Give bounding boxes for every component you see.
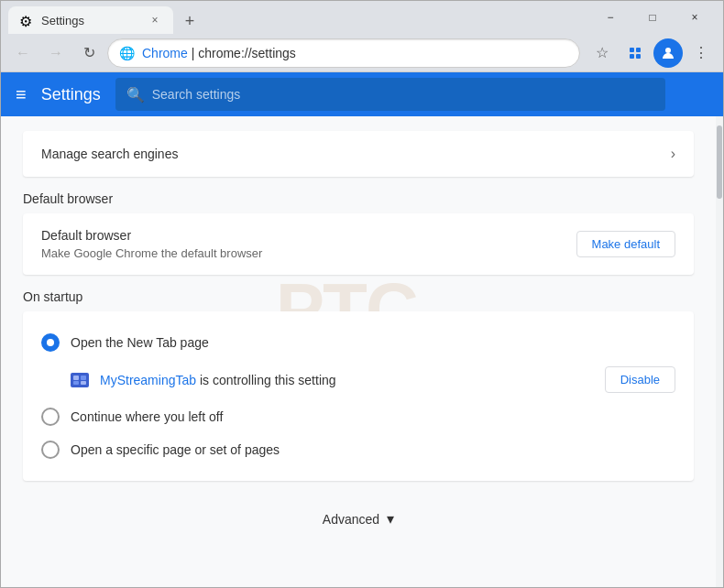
radio-continue[interactable] [41,408,60,426]
extension-notice-suffix: is controlling this setting [196,373,336,387]
advanced-label: Advanced [323,512,379,527]
back-button[interactable]: ← [8,38,38,68]
settings-header: ≡ Settings 🔍 [1,72,723,116]
extension-icon [71,373,89,387]
advanced-section[interactable]: Advanced ▾ [23,488,694,550]
startup-option-new-tab-label: Open the New Tab page [71,335,209,350]
window-controls: − □ × [589,1,716,34]
svg-rect-9 [81,381,86,385]
toolbar-right: ☆ ⋮ [587,38,716,68]
on-startup-section-title: On startup [23,289,694,304]
svg-rect-8 [73,381,79,385]
browser-window: ⚙ Settings × + − □ × ← → ↻ 🌐 Chrome | ch… [0,0,724,588]
more-menu-button[interactable]: ⋮ [686,38,716,68]
manage-search-engines-label: Manage search engines [41,147,178,161]
tab-close-button[interactable]: × [148,13,162,27]
main-content: PTCCOM Manage search engines › Default b… [1,116,723,587]
title-bar: ⚙ Settings × + − □ × [1,1,723,34]
address-domain: Chrome [142,46,188,60]
manage-search-engines-row[interactable]: Manage search engines › [23,131,694,177]
default-browser-card-title: Default browser [41,228,262,243]
extensions-button[interactable] [620,38,650,68]
svg-rect-2 [630,54,634,59]
startup-option-continue[interactable]: Continue where you left off [41,400,675,433]
tab-strip: ⚙ Settings × + [8,1,589,34]
extension-notice-text: MyStreamingTab is controlling this setti… [100,373,594,387]
tab-label: Settings [41,14,140,27]
svg-rect-0 [630,48,634,52]
site-security-icon: 🌐 [119,46,135,60]
address-path: chrome://settings [198,46,296,60]
chevron-right-icon: › [671,146,675,162]
profile-button[interactable] [653,38,683,68]
default-browser-card-subtitle: Make Google Chrome the default browser [41,246,262,260]
default-browser-section-title: Default browser [23,191,694,206]
forward-button[interactable]: → [41,38,71,68]
bookmark-button[interactable]: ☆ [587,38,617,68]
startup-card: Open the New Tab page [23,311,694,481]
svg-rect-6 [73,376,79,380]
address-separator: | [188,46,198,60]
address-bar-input[interactable]: 🌐 Chrome | chrome://settings [107,38,580,68]
startup-option-specific-page[interactable]: Open a specific page or set of pages [41,433,675,466]
advanced-arrow-icon: ▾ [387,510,394,528]
radio-inner [47,339,54,346]
tab-favicon: ⚙ [19,13,34,27]
svg-rect-7 [81,376,86,380]
radio-new-tab[interactable] [41,333,60,352]
search-input[interactable] [152,87,654,102]
maximize-button[interactable]: □ [631,1,674,34]
reload-button[interactable]: ↻ [74,38,104,68]
extension-link[interactable]: MyStreamingTab [100,373,196,387]
search-icon: 🔍 [126,86,145,103]
radio-specific-page[interactable] [41,441,60,459]
svg-rect-1 [636,48,641,52]
startup-option-continue-label: Continue where you left off [71,409,223,424]
new-tab-button[interactable]: + [177,8,203,34]
menu-icon[interactable]: ≡ [16,84,27,105]
close-button[interactable]: × [674,1,716,34]
scrollbar-thumb[interactable] [717,125,722,199]
startup-option-specific-page-label: Open a specific page or set of pages [71,442,280,457]
scrollbar-track[interactable] [716,116,723,587]
default-browser-card: Default browser Make Google Chrome the d… [23,213,694,275]
settings-page-title: Settings [41,85,101,104]
extension-notice: MyStreamingTab is controlling this setti… [41,359,675,400]
active-tab[interactable]: ⚙ Settings × [8,6,173,34]
address-text: Chrome | chrome://settings [142,46,568,60]
svg-point-4 [665,48,671,53]
content-area: PTCCOM Manage search engines › Default b… [1,116,716,587]
disable-extension-button[interactable]: Disable [605,366,675,393]
startup-option-new-tab[interactable]: Open the New Tab page [41,326,675,359]
minimize-button[interactable]: − [589,1,631,34]
svg-rect-3 [636,54,641,59]
search-bar[interactable]: 🔍 [115,78,665,111]
settings-content: Manage search engines › Default browser … [1,116,716,564]
card-info: Default browser Make Google Chrome the d… [41,228,262,260]
address-bar: ← → ↻ 🌐 Chrome | chrome://settings ☆ [1,34,723,72]
make-default-button[interactable]: Make default [576,231,675,257]
